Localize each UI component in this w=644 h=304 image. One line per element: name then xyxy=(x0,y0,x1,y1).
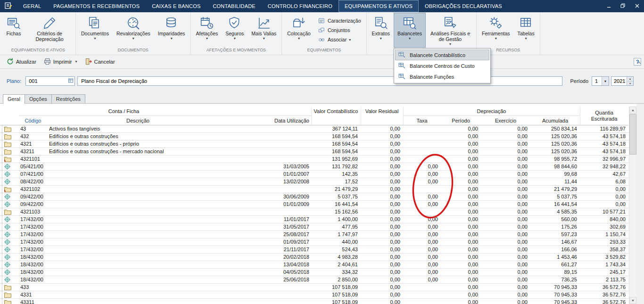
table-row[interactable]: 05/421/0031/03/2005131 792,820,000,000,0… xyxy=(0,163,628,171)
ribbon-button-tabelas[interactable]: Tabelas▾ xyxy=(514,13,538,48)
ribbon-button-revalorizacoes[interactable]: Revalorizações▾ xyxy=(113,13,154,48)
collapse-ribbon-button[interactable] xyxy=(636,60,642,66)
header-valor-contabilistico[interactable]: Valor Contabilístico xyxy=(311,107,361,116)
dropdown-arrow-icon: ▾ xyxy=(349,38,351,42)
scroll-up-icon[interactable]: ▲ xyxy=(629,107,636,114)
menu-item-balancete-funcoes[interactable]: Balancete Funções xyxy=(395,71,489,82)
table-row[interactable]: 17/432/0031/05/2017477,950,000,000,000,0… xyxy=(0,223,628,231)
menu-tab-geral[interactable]: GERAL xyxy=(17,0,47,12)
menu-tab-contabilidade[interactable]: CONTABILIDADE xyxy=(206,0,261,12)
table-row[interactable]: 09/422/0001/01/200916 441,540,000,000,00… xyxy=(0,201,628,208)
app-menu-button[interactable] xyxy=(0,0,17,12)
cell-exercicio: 0,00 xyxy=(481,291,530,298)
ribbon-button-analises-fiscais-e-de-gestao[interactable]: Análises Fiscais e de Gestão▾ xyxy=(426,13,475,48)
toolbar-button-cancelar[interactable]: Cancelar xyxy=(81,56,119,68)
header-exercicio[interactable]: Exercício xyxy=(481,116,530,125)
ribbon-button-seguros[interactable]: Seguros▾ xyxy=(222,13,248,48)
vertical-scrollbar[interactable]: ▲ ▼ xyxy=(629,107,636,304)
menu-tab-equipamentos-e-ativos[interactable]: EQUIPAMENTOS E ATIVOS xyxy=(339,0,419,12)
ribbon-button-mais-valias[interactable]: Mais Valias▾ xyxy=(248,13,280,48)
header-data-utilizacao[interactable]: Data Utilização xyxy=(229,116,311,125)
cell-codigo: 4321103 xyxy=(19,208,47,215)
menu-tab-caixas-e-bancos[interactable]: CAIXAS E BANCOS xyxy=(146,0,206,12)
header-periodo[interactable]: Período xyxy=(441,116,481,125)
table-row[interactable]: 07/421/0001/01/2007142,350,000,000,000,0… xyxy=(0,171,628,178)
plano-code-input[interactable]: 001 xyxy=(25,76,75,86)
close-button[interactable] xyxy=(630,0,644,12)
dropdown-arrow-icon: ▾ xyxy=(171,37,173,41)
tab-restricoes[interactable]: Restrições xyxy=(51,94,85,103)
table-row[interactable]: 09/422/0030/06/20095 037,750,000,000,000… xyxy=(0,193,628,201)
table-row[interactable]: 18/432/0025/06/20182 850,000,000,000,000… xyxy=(0,276,628,284)
periodo-select[interactable]: 1 ▼ xyxy=(592,76,609,86)
cell-data-utilizacao xyxy=(229,299,311,304)
scroll-down-icon[interactable]: ▼ xyxy=(629,297,636,304)
ribbon-button-documentos[interactable]: Documentos▾ xyxy=(77,13,113,48)
table-row[interactable]: 17/432/0011/01/20171 400,000,000,000,000… xyxy=(0,216,628,223)
cell-valor-residual: 0,00 xyxy=(361,261,403,268)
menu-item-balancete-centros-de-custo[interactable]: Balancete Centros de Custo xyxy=(395,60,489,71)
cell-exercicio: 0,00 xyxy=(481,186,530,193)
ribbon-button-colocacao[interactable]: Colocação▾ xyxy=(283,13,314,48)
table-row[interactable]: 433107 518,090,000,000,0070 945,3336 572… xyxy=(0,284,628,291)
tab-geral[interactable]: Geral xyxy=(3,94,25,104)
header-descricao[interactable]: Descrição xyxy=(47,116,229,125)
table-row[interactable]: 17/432/0021/11/2017524,430,000,000,000,0… xyxy=(0,246,628,254)
cell-valor-contabilistico: 440,00 xyxy=(311,238,361,246)
ribbon-button-imparidades[interactable]: Imparidades▾ xyxy=(154,13,189,48)
ribbon-button-fichas[interactable]: Fichas xyxy=(2,13,25,48)
menu-tab-pagamentos-e-recebimentos[interactable]: PAGAMENTOS E RECEBIMENTOS xyxy=(47,0,146,12)
ano-up-icon[interactable]: ▲ xyxy=(627,77,633,81)
table-row[interactable]: 18/432/0013/04/20182 404,610,000,000,000… xyxy=(0,261,628,269)
header-taxa[interactable]: Taxa xyxy=(403,116,441,125)
ribbon-button-extratos[interactable]: Extratos▾ xyxy=(368,13,394,48)
ribbon-button-associar[interactable]: Associar▾ xyxy=(317,36,363,44)
table-row[interactable]: 43211Edifícios e outras construções - me… xyxy=(0,148,628,156)
restore-button[interactable] xyxy=(616,0,630,12)
table-row[interactable]: 17/432/0001/09/2017440,000,000,000,000,0… xyxy=(0,238,628,246)
dropdown-arrow-icon[interactable]: ▾ xyxy=(75,60,77,64)
header-codigo[interactable]: Código xyxy=(19,116,47,125)
cell-exercicio: 0,00 xyxy=(481,269,530,276)
table-row[interactable]: 4321Edifícios e outras construções - pró… xyxy=(0,140,628,148)
toolbar-button-imprimir[interactable]: Imprimir▾ xyxy=(40,56,81,68)
ano-down-icon[interactable]: ▼ xyxy=(627,81,633,86)
table-row[interactable]: 17/432/0025/08/20171 747,970,000,000,000… xyxy=(0,231,628,238)
table-row[interactable]: 08/422/0013/02/200817,520,000,000,000,00… xyxy=(0,178,628,186)
ribbon-button-afetacoes[interactable]: Afetações▾ xyxy=(192,13,222,48)
table-row[interactable]: 432110221 479,290,000,000,0021 479,290,0… xyxy=(0,186,628,193)
ribbon-button-label: Fichas xyxy=(7,31,21,36)
cell-data-utilizacao xyxy=(229,284,311,291)
cell-descricao xyxy=(47,171,229,178)
ano-spinner[interactable]: 2021 ▲▼ xyxy=(611,76,634,86)
table-row[interactable]: 18/432/0004/05/2018334,320,000,000,000,0… xyxy=(0,269,628,276)
cell-taxa: 0,00 xyxy=(403,163,441,170)
periodo-dropdown-icon[interactable]: ▼ xyxy=(602,77,609,85)
ribbon-button-conjuntos[interactable]: Conjuntos xyxy=(317,26,363,34)
menu-tab-obrigacoes-declarativas[interactable]: OBRIGAÇÕES DECLARATIVAS xyxy=(419,0,508,12)
table-row[interactable]: 43311107 518,090,000,000,0070 945,3336 5… xyxy=(0,299,628,304)
ribbon-button-criterios-de-depreciacao[interactable]: Critérios de Depreciação xyxy=(25,13,74,48)
toolbar-button-atualizar[interactable]: Atualizar xyxy=(3,56,40,68)
header-quantia-escriturada[interactable]: Quantia Escriturada xyxy=(580,107,628,125)
asset-icon xyxy=(0,171,19,178)
ribbon-button-caracterizacao[interactable]: Caracterização xyxy=(317,17,363,25)
table-row[interactable]: 4321101131 952,690,000,000,0098 955,7232… xyxy=(0,156,628,163)
header-valor-residual[interactable]: Valor Residual xyxy=(361,107,403,116)
tab-opcoes[interactable]: Opções xyxy=(25,94,52,103)
menu-item-balancete-contabilistico[interactable]: Balancete Contabilístico xyxy=(395,49,489,60)
scrollbar-thumb[interactable] xyxy=(629,114,636,155)
table-row[interactable]: 432110315 162,560,000,000,004 585,3510 5… xyxy=(0,208,628,216)
table-row[interactable]: 4331107 518,090,000,000,0070 945,3336 57… xyxy=(0,291,628,299)
toolbar-buttons: AtualizarImprimir▾Cancelar xyxy=(3,56,119,68)
plano-lookup-icon[interactable] xyxy=(68,78,74,84)
table-row[interactable]: 18/432/0020/02/20184 983,280,000,000,000… xyxy=(0,254,628,261)
ribbon-button-balancetes[interactable]: Balancetes▾ xyxy=(394,13,426,48)
header-acumulada[interactable]: Acumulada xyxy=(530,116,580,125)
table-row[interactable]: 432Edifícios e outras construções168 594… xyxy=(0,133,628,140)
ribbon-button-ferramentas[interactable]: Ferramentas▾ xyxy=(478,13,514,48)
table-row[interactable]: 43Activos fixos tangíveis367 124,110,000… xyxy=(0,125,628,133)
minimize-button[interactable] xyxy=(602,0,616,12)
menu-tab-controlo-financeiro[interactable]: CONTROLO FINANCEIRO xyxy=(262,0,339,12)
cell-valor-contabilistico: 131 792,82 xyxy=(311,163,361,170)
